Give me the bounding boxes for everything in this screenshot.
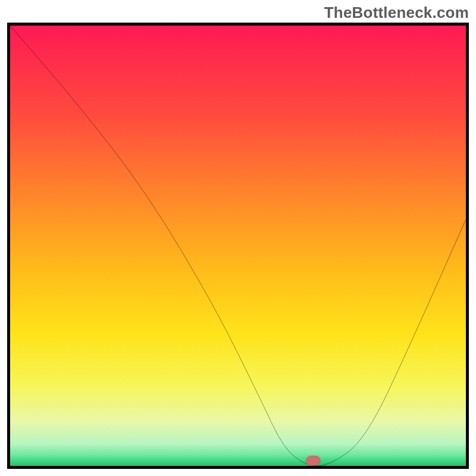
chart-container: TheBottleneck.com (0, 0, 476, 476)
plot-svg (10, 26, 466, 466)
markers-group (306, 456, 321, 465)
watermark-text: TheBottleneck.com (324, 4, 469, 22)
target-marker (306, 456, 321, 465)
plot-frame (7, 23, 469, 469)
plot-background (10, 26, 466, 466)
